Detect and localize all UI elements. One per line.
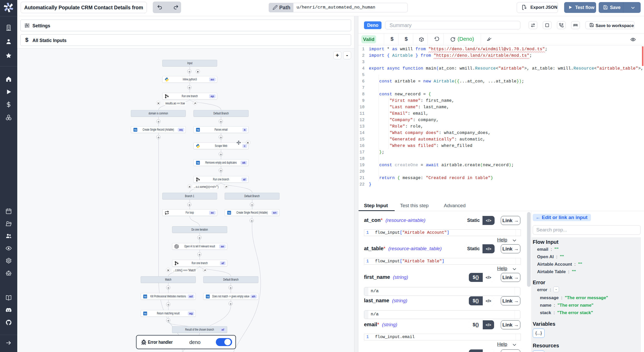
svg-text:TS: TS bbox=[144, 296, 147, 298]
svg-text:TS: TS bbox=[228, 212, 231, 214]
svg-text:TS: TS bbox=[197, 129, 199, 131]
svg-text:TS: TS bbox=[197, 162, 199, 164]
svg-text:TS: TS bbox=[144, 313, 147, 315]
svg-text:TS: TS bbox=[207, 296, 209, 298]
svg-text:TS: TS bbox=[134, 129, 137, 131]
